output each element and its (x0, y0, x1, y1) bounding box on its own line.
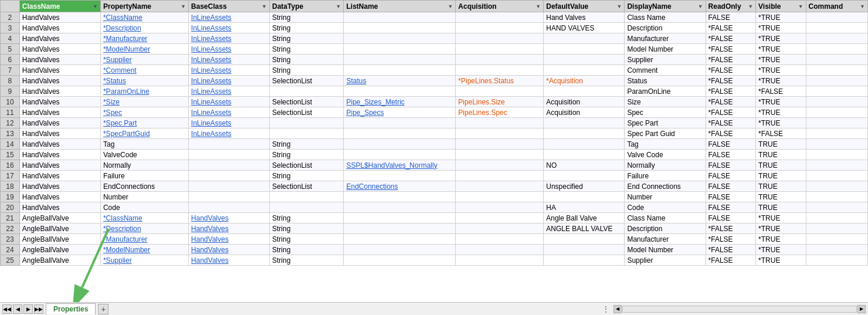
cell-k[interactable] (806, 76, 867, 86)
cell-g[interactable]: HA (544, 202, 625, 213)
cell-i[interactable]: FALSE (706, 171, 755, 181)
table-row[interactable]: 9HandValves*ParamOnLineInLineAssetsParam… (1, 86, 868, 97)
cell-a[interactable]: HandValves (19, 160, 100, 171)
cell-c[interactable]: HandValves (188, 255, 269, 266)
cell-j[interactable]: TRUE (756, 160, 806, 171)
cell-h[interactable]: Spec (625, 107, 706, 118)
cell-g[interactable] (544, 44, 625, 55)
cell-b[interactable]: *Size (100, 97, 188, 107)
cell-i[interactable]: FALSE (706, 192, 755, 202)
cell-b[interactable]: *ClassName (100, 213, 188, 223)
cell-a[interactable]: HandValves (19, 86, 100, 97)
col-header-I[interactable]: ReadOnly ▼ (706, 1, 755, 12)
cell-f[interactable] (456, 245, 544, 255)
cell-d[interactable]: SelectionList (270, 181, 344, 192)
table-row[interactable]: 8HandValves*StatusInLineAssetsSelectionL… (1, 76, 868, 86)
cell-g[interactable]: ANGLE BALL VALVE (544, 223, 625, 234)
cell-c[interactable] (188, 202, 269, 213)
col-header-F[interactable]: Acquisition ▼ (456, 1, 544, 12)
cell-f[interactable] (456, 23, 544, 33)
cell-i[interactable]: *FALSE (706, 86, 755, 97)
cell-a[interactable]: AngleBallValve (19, 255, 100, 266)
scroll-left-btn[interactable]: ◀ (613, 305, 622, 313)
cell-j[interactable]: *TRUE (756, 33, 806, 44)
table-row[interactable]: 13HandValves*SpecPartGuidInLineAssetsSpe… (1, 128, 868, 139)
cell-a[interactable]: HandValves (19, 118, 100, 128)
cell-k[interactable] (806, 181, 867, 192)
cell-h[interactable]: Spec Part Guid (625, 128, 706, 139)
col-G-filter-icon[interactable]: ▼ (617, 4, 622, 9)
table-row[interactable]: 19HandValvesNumberNumberFALSETRUE (1, 192, 868, 202)
table-row[interactable]: 11HandValves*SpecInLineAssetsSelectionLi… (1, 107, 868, 118)
cell-d[interactable]: String (270, 223, 344, 234)
cell-f[interactable] (456, 150, 544, 160)
cell-b[interactable]: *Spec Part (100, 118, 188, 128)
table-row[interactable]: 24AngleBallValve*ModelNumberHandValvesSt… (1, 245, 868, 255)
cell-e[interactable]: EndConnections (344, 181, 456, 192)
cell-h[interactable]: Supplier (625, 55, 706, 65)
cell-j[interactable]: *TRUE (756, 65, 806, 76)
table-row[interactable]: 14HandValvesTagStringTagFALSETRUE (1, 139, 868, 150)
cell-j[interactable]: *TRUE (756, 118, 806, 128)
cell-k[interactable] (806, 255, 867, 266)
cell-b[interactable]: *ModelNumber (100, 44, 188, 55)
cell-c[interactable] (188, 160, 269, 171)
cell-d[interactable]: String (270, 245, 344, 255)
cell-c[interactable]: HandValves (188, 223, 269, 234)
table-row[interactable]: 20HandValvesCodeHACodeFALSETRUE (1, 202, 868, 213)
cell-a[interactable]: AngleBallValve (19, 234, 100, 245)
cell-i[interactable]: FALSE (706, 160, 755, 171)
cell-b[interactable]: *Description (100, 223, 188, 234)
col-E-filter-icon[interactable]: ▼ (447, 4, 453, 9)
cell-e[interactable] (344, 213, 456, 223)
cell-f[interactable] (456, 160, 544, 171)
cell-c[interactable]: InLineAssets (188, 118, 269, 128)
cell-e[interactable] (344, 234, 456, 245)
cell-i[interactable]: FALSE (706, 181, 755, 192)
cell-d[interactable] (270, 202, 344, 213)
cell-i[interactable]: FALSE (706, 12, 755, 23)
cell-h[interactable]: Manufacturer (625, 234, 706, 245)
cell-d[interactable] (270, 128, 344, 139)
table-row[interactable]: 2HandValves*ClassNameInLineAssetsStringH… (1, 12, 868, 23)
cell-d[interactable]: String (270, 139, 344, 150)
cell-b[interactable]: *Supplier (100, 55, 188, 65)
col-D-filter-icon[interactable]: ▼ (336, 4, 341, 9)
table-row[interactable]: 18HandValvesEndConnectionsSelectionListE… (1, 181, 868, 192)
cell-b[interactable]: Code (100, 202, 188, 213)
cell-g[interactable]: Acquisition (544, 107, 625, 118)
cell-g[interactable]: NO (544, 160, 625, 171)
cell-j[interactable]: *TRUE (756, 213, 806, 223)
cell-f[interactable]: PipeLines.Size (456, 97, 544, 107)
cell-g[interactable]: Unspecified (544, 181, 625, 192)
cell-a[interactable]: HandValves (19, 139, 100, 150)
cell-h[interactable]: Number (625, 192, 706, 202)
cell-h[interactable]: Normally (625, 160, 706, 171)
table-row[interactable]: 12HandValves*Spec PartInLineAssetsSpec P… (1, 118, 868, 128)
cell-h[interactable]: Class Name (625, 12, 706, 23)
cell-f[interactable] (456, 192, 544, 202)
cell-e[interactable] (344, 245, 456, 255)
cell-c[interactable] (188, 139, 269, 150)
cell-a[interactable]: HandValves (19, 202, 100, 213)
col-header-D[interactable]: DataType ▼ (270, 1, 344, 12)
table-row[interactable]: 16HandValvesNormallySelectionListSSPL$Ha… (1, 160, 868, 171)
col-H-filter-icon[interactable]: ▼ (698, 4, 703, 9)
table-row[interactable]: 17HandValvesFailureStringFailureFALSETRU… (1, 171, 868, 181)
cell-h[interactable]: Class Name (625, 213, 706, 223)
cell-h[interactable]: Status (625, 76, 706, 86)
cell-a[interactable]: AngleBallValve (19, 223, 100, 234)
table-row[interactable]: 6HandValves*SupplierInLineAssetsStringSu… (1, 55, 868, 65)
cell-g[interactable]: *Acquisition (544, 76, 625, 86)
cell-c[interactable]: HandValves (188, 245, 269, 255)
cell-e[interactable]: Pipe_Specs (344, 107, 456, 118)
cell-b[interactable]: ValveCode (100, 150, 188, 160)
cell-a[interactable]: HandValves (19, 12, 100, 23)
cell-j[interactable]: TRUE (756, 202, 806, 213)
cell-i[interactable]: FALSE (706, 139, 755, 150)
cell-g[interactable] (544, 255, 625, 266)
cell-g[interactable] (544, 171, 625, 181)
cell-j[interactable]: *TRUE (756, 55, 806, 65)
cell-k[interactable] (806, 202, 867, 213)
cell-k[interactable] (806, 97, 867, 107)
